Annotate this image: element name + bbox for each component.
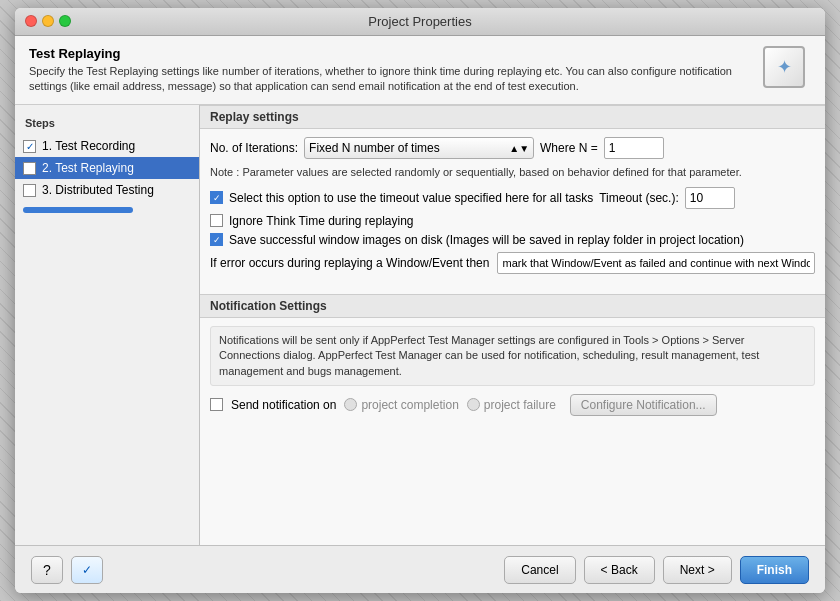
sidebar: Steps ✓ 1. Test Recording ✓ 2. Test Repl…	[15, 105, 200, 545]
timeout-input[interactable]	[685, 187, 735, 209]
main-window: Project Properties Test Replaying Specif…	[15, 8, 825, 594]
header-title: Test Replaying	[29, 46, 753, 61]
radio-failure-label: project failure	[484, 398, 556, 412]
notification-row: Send notification on project completion …	[210, 394, 815, 416]
step3-label: 3. Distributed Testing	[42, 183, 154, 197]
save-images-checkbox[interactable]	[210, 233, 223, 246]
step1-checkmark: ✓	[26, 141, 34, 152]
radio-failure-circle	[467, 398, 480, 411]
close-button[interactable]	[25, 15, 37, 27]
replay-settings-title: Replay settings	[200, 105, 825, 129]
header-icon-inner: ✦	[763, 46, 805, 88]
error-input[interactable]	[497, 252, 815, 274]
step3-checkbox[interactable]	[23, 184, 36, 197]
sidebar-item-distributed-testing[interactable]: 3. Distributed Testing	[15, 179, 199, 201]
step1-label: 1. Test Recording	[42, 139, 135, 153]
footer: ? ✓ Cancel < Back Next > Finish	[15, 545, 825, 593]
footer-left: ? ✓	[31, 556, 103, 584]
where-n-label: Where N =	[540, 141, 598, 155]
notification-body: Notifications will be sent only if AppPe…	[200, 318, 825, 424]
step2-checkbox[interactable]: ✓	[23, 162, 36, 175]
error-label: If error occurs during replaying a Windo…	[210, 256, 489, 270]
save-images-row: Save successful window images on disk (I…	[210, 233, 815, 247]
settings-button[interactable]: ✓	[71, 556, 103, 584]
n-value-input[interactable]	[604, 137, 664, 159]
iterations-row: No. of Iterations: Fixed N number of tim…	[210, 137, 815, 159]
replay-settings-body: No. of Iterations: Fixed N number of tim…	[200, 129, 825, 289]
header-description: Specify the Test Replaying settings like…	[29, 64, 753, 95]
radio-completion-label: project completion	[361, 398, 458, 412]
header-text: Test Replaying Specify the Test Replayin…	[29, 46, 753, 95]
notification-settings-title: Notification Settings	[200, 294, 825, 318]
send-notification-label: Send notification on	[231, 398, 336, 412]
footer-right: Cancel < Back Next > Finish	[504, 556, 809, 584]
iterations-select[interactable]: Fixed N number of times ▲▼	[304, 137, 534, 159]
ignore-think-row: Ignore Think Time during replaying	[210, 214, 815, 228]
help-button[interactable]: ?	[31, 556, 63, 584]
save-images-label: Save successful window images on disk (I…	[229, 233, 744, 247]
back-button[interactable]: < Back	[584, 556, 655, 584]
header-section: Test Replaying Specify the Test Replayin…	[15, 36, 825, 106]
sidebar-item-test-recording[interactable]: ✓ 1. Test Recording	[15, 135, 199, 157]
ignore-think-label: Ignore Think Time during replaying	[229, 214, 414, 228]
sidebar-progress	[23, 207, 133, 213]
iterations-select-value: Fixed N number of times	[309, 141, 440, 155]
timeout-checkbox-label: Select this option to use the timeout va…	[229, 191, 593, 205]
traffic-lights	[25, 15, 71, 27]
help-icon: ?	[43, 562, 51, 578]
radio-project-failure[interactable]: project failure	[467, 398, 556, 412]
sidebar-item-test-replaying[interactable]: ✓ 2. Test Replaying	[15, 157, 199, 179]
next-button[interactable]: Next >	[663, 556, 732, 584]
header-icon: ✦	[763, 46, 811, 94]
step1-checkbox[interactable]: ✓	[23, 140, 36, 153]
maximize-button[interactable]	[59, 15, 71, 27]
timeout-label: Timeout (sec.):	[599, 191, 679, 205]
step2-label: 2. Test Replaying	[42, 161, 134, 175]
radio-project-completion[interactable]: project completion	[344, 398, 458, 412]
timeout-row: Timeout (sec.):	[599, 187, 735, 209]
timeout-checkbox[interactable]	[210, 191, 223, 204]
right-panel: Replay settings No. of Iterations: Fixed…	[200, 105, 825, 545]
cancel-button[interactable]: Cancel	[504, 556, 575, 584]
select-arrow-icon: ▲▼	[509, 143, 529, 154]
settings-icon: ✓	[82, 563, 92, 577]
iterations-note: Note : Parameter values are selected ran…	[210, 165, 815, 180]
notification-description: Notifications will be sent only if AppPe…	[210, 326, 815, 386]
timeout-checkbox-row: Select this option to use the timeout va…	[210, 187, 815, 209]
configure-notification-button[interactable]: Configure Notification...	[570, 394, 717, 416]
sidebar-header: Steps	[15, 113, 199, 135]
finish-button[interactable]: Finish	[740, 556, 809, 584]
iterations-label: No. of Iterations:	[210, 141, 298, 155]
minimize-button[interactable]	[42, 15, 54, 27]
main-content: Steps ✓ 1. Test Recording ✓ 2. Test Repl…	[15, 105, 825, 545]
star-icon: ✦	[777, 56, 792, 78]
step2-checkmark: ✓	[26, 163, 34, 174]
radio-completion-circle	[344, 398, 357, 411]
window-title: Project Properties	[368, 14, 471, 29]
error-row: If error occurs during replaying a Windo…	[210, 252, 815, 274]
ignore-think-checkbox[interactable]	[210, 214, 223, 227]
titlebar: Project Properties	[15, 8, 825, 36]
send-notification-checkbox[interactable]	[210, 398, 223, 411]
